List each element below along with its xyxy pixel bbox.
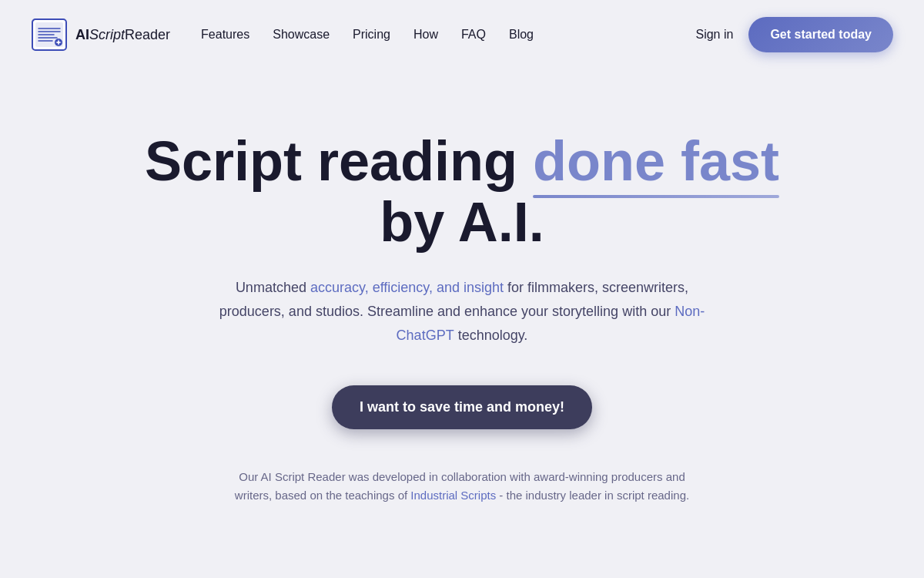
collab-end: - the industry leader in script reading. <box>496 489 689 502</box>
nav-right: Sign in Get started today <box>695 17 893 52</box>
nav-link-faq[interactable]: FAQ <box>461 28 486 41</box>
hero-subtitle-end: technology. <box>454 328 528 343</box>
sign-in-link[interactable]: Sign in <box>695 28 733 42</box>
logo-text: AIScriptReader <box>75 27 170 43</box>
nav-link-blog[interactable]: Blog <box>509 28 534 41</box>
get-started-button[interactable]: Get started today <box>748 17 893 52</box>
hero-subtitle-start: Unmatched <box>236 280 310 295</box>
hero-title: Script reading done fast by A.I. <box>116 131 808 253</box>
nav-link-features[interactable]: Features <box>201 28 249 41</box>
hero-title-start: Script reading <box>145 130 533 192</box>
hero-title-end: by A.I. <box>380 191 544 253</box>
hero-subtitle-accent: accuracy, efficiency, and insight <box>310 280 504 295</box>
nav-link-pricing[interactable]: Pricing <box>353 28 390 41</box>
nav-links: Features Showcase Pricing How FAQ Blog <box>201 28 534 42</box>
industrial-scripts-link[interactable]: Industrial Scripts <box>410 489 496 502</box>
nav-left: AIScriptReader Features Showcase Pricing… <box>31 16 534 53</box>
as-seen-on-section: As Seen On P HUB 😄 funfun.tools P Produc… <box>0 551 924 578</box>
hero-title-highlight: done fast <box>533 131 779 192</box>
collaboration-text: Our AI Script Reader was developed in co… <box>231 468 693 505</box>
logo-icon <box>31 16 68 53</box>
logo-link[interactable]: AIScriptReader <box>31 16 170 53</box>
hero-section: Script reading done fast by A.I. Unmatch… <box>0 69 924 551</box>
hero-cta-button[interactable]: I want to save time and money! <box>332 385 592 429</box>
navbar: AIScriptReader Features Showcase Pricing… <box>0 0 924 69</box>
nav-link-how[interactable]: How <box>413 28 438 41</box>
nav-link-showcase[interactable]: Showcase <box>273 28 330 41</box>
hero-subtitle: Unmatched accuracy, efficiency, and insi… <box>212 276 712 347</box>
